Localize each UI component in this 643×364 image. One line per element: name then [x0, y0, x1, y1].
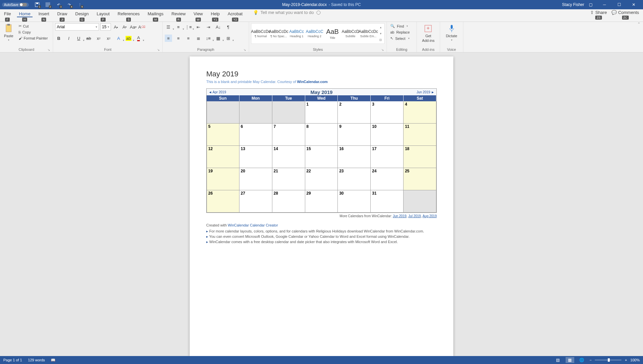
prev-month-link[interactable]: ◄ Apr 2019: [209, 90, 226, 94]
ribbon-display-icon[interactable]: ▢: [589, 2, 593, 7]
tab-layout[interactable]: LayoutP: [93, 10, 114, 17]
strikethrough-button[interactable]: ab: [85, 35, 92, 42]
zoom-level[interactable]: 100%: [630, 358, 640, 362]
zoom-slider[interactable]: [595, 360, 621, 360]
tab-acrobat[interactable]: AcrobatY2: [224, 10, 247, 17]
more-calendar-link[interactable]: Jun 2019: [393, 214, 407, 218]
user-name[interactable]: Stacy Fisher: [562, 2, 584, 7]
tab-view[interactable]: ViewW: [190, 10, 207, 17]
subscript-button[interactable]: x2: [95, 35, 102, 42]
document-area[interactable]: May 2019 This is a blank and printable M…: [0, 52, 643, 356]
redo-icon[interactable]: ↷4: [66, 2, 72, 8]
undo-icon[interactable]: ↶3: [55, 2, 61, 8]
comments-button[interactable]: 💬Comments ZC: [611, 10, 639, 15]
tell-me-search[interactable]: 💡 Tell me what you want to do: [253, 10, 320, 15]
change-case-button[interactable]: Aa▾: [130, 23, 137, 31]
more-calendar-link[interactable]: Jul 2019: [408, 214, 421, 218]
zoom-in-button[interactable]: +: [625, 358, 627, 362]
spellcheck-icon[interactable]: 📖: [51, 358, 55, 362]
bold-button[interactable]: B: [55, 35, 62, 42]
more-calendar-link[interactable]: Aug 2019: [422, 214, 437, 218]
grow-font-button[interactable]: A▴: [112, 23, 120, 31]
collapse-ribbon-button[interactable]: ⌃: [635, 22, 643, 52]
customize-qat-icon[interactable]: ⋮5: [77, 2, 83, 8]
save-icon[interactable]: 1: [34, 2, 40, 8]
style-subtle-em-[interactable]: AaBbCcDcSubtle Em...: [360, 24, 377, 43]
underline-button[interactable]: U: [75, 35, 82, 42]
decrease-indent-button[interactable]: ⇤: [195, 23, 202, 31]
replace-button[interactable]: abReplace: [389, 30, 411, 35]
italic-button[interactable]: I: [65, 35, 72, 42]
cut-button[interactable]: ✂Cut: [17, 23, 49, 29]
print-layout-button[interactable]: ▦: [566, 357, 574, 363]
styles-gallery[interactable]: AaBbCcDc¶ NormalAaBbCcDc¶ No Spac...AaBb…: [251, 23, 385, 44]
tab-home[interactable]: HomeH: [15, 10, 35, 17]
creator-link[interactable]: WinCalendar Calendar Creator: [228, 223, 278, 227]
next-month-link[interactable]: Jun 2019 ►: [416, 90, 434, 94]
shrink-font-button[interactable]: A▾: [121, 23, 128, 31]
format-painter-button[interactable]: 🖌Format Painter: [17, 36, 49, 41]
tab-draw[interactable]: DrawJI: [53, 10, 71, 17]
font-size-combo[interactable]: 15▾: [100, 23, 111, 31]
font-color-button[interactable]: A: [135, 35, 142, 42]
align-left-button[interactable]: ≡: [165, 35, 172, 42]
get-addins-button[interactable]: + GetAdd-ins: [420, 23, 436, 43]
bullets-button[interactable]: ☰: [165, 23, 172, 31]
superscript-button[interactable]: x2: [105, 35, 112, 42]
style-subtitle[interactable]: AaBbCcDSubtitle: [342, 24, 359, 43]
tab-review[interactable]: ReviewR: [167, 10, 190, 17]
find-button[interactable]: 🔍Find▾: [389, 23, 411, 29]
copy-button[interactable]: ⎘Copy: [17, 30, 49, 35]
share-button[interactable]: ⇪Share ZS: [590, 10, 607, 15]
numbering-button[interactable]: ≡: [175, 23, 182, 31]
dialog-launcher-icon[interactable]: ↘: [381, 48, 384, 51]
tab-insert[interactable]: InsertN: [35, 10, 53, 17]
tab-design[interactable]: DesignG: [71, 10, 93, 17]
shading-button[interactable]: ▦: [215, 35, 222, 42]
multilevel-list-button[interactable]: ⋮≡: [185, 23, 192, 31]
justify-button[interactable]: ≣: [195, 35, 202, 42]
tab-help[interactable]: HelpY1: [207, 10, 224, 17]
sort-button[interactable]: A↓: [215, 23, 222, 31]
ribbon-tabs: FileFHomeHInsertNDrawJIDesignGLayoutPRef…: [0, 9, 643, 22]
calendar-cell: 20: [239, 168, 272, 190]
style--normal[interactable]: AaBbCcDc¶ Normal: [252, 24, 269, 43]
word-count[interactable]: 129 words: [28, 358, 45, 362]
clear-formatting-button[interactable]: A⌫: [138, 23, 145, 31]
tab-references[interactable]: ReferencesS: [114, 10, 143, 17]
select-button[interactable]: ↖Select▾: [389, 36, 411, 41]
style-heading-1[interactable]: AaBbCcHeading 1: [288, 24, 305, 43]
calendar-cell: 27: [239, 190, 272, 213]
wincalendar-link[interactable]: WinCalendar.com: [297, 80, 327, 84]
show-marks-button[interactable]: ¶: [225, 23, 232, 31]
minimize-button[interactable]: ─: [597, 0, 612, 9]
dialog-launcher-icon[interactable]: ↘: [157, 48, 160, 51]
increase-indent-button[interactable]: ⇥: [205, 23, 212, 31]
calendar-cell: 6: [239, 124, 272, 146]
font-name-combo[interactable]: Arial▾: [55, 23, 99, 31]
dialog-launcher-icon[interactable]: ↘: [243, 48, 246, 51]
web-layout-button[interactable]: 🌐: [578, 357, 586, 363]
zoom-out-button[interactable]: −: [590, 358, 592, 362]
dictate-button[interactable]: Dictate▾: [444, 23, 459, 42]
style--no-spac-[interactable]: AaBbCcDc¶ No Spac...: [270, 24, 287, 43]
paste-button[interactable]: Paste ▾: [2, 23, 15, 42]
style-heading-2[interactable]: AaBbCcCHeading 2: [306, 24, 323, 43]
read-mode-button[interactable]: ▤: [554, 357, 562, 363]
text-effects-button[interactable]: A: [115, 35, 122, 42]
tab-mailings[interactable]: MailingsM: [144, 10, 168, 17]
borders-button[interactable]: ⊞: [225, 35, 232, 42]
autosave-toggle[interactable]: AutoSave: [2, 3, 29, 7]
style-title[interactable]: AaBTitle: [324, 24, 341, 43]
dialog-launcher-icon[interactable]: ↘: [47, 48, 50, 51]
word-icon[interactable]: 2: [45, 2, 51, 8]
align-right-button[interactable]: ≡: [185, 35, 192, 42]
maximize-button[interactable]: ☐: [612, 0, 626, 9]
styles-more-button[interactable]: ▴▾⊟: [378, 24, 384, 43]
close-button[interactable]: ✕: [626, 0, 641, 9]
page-indicator[interactable]: Page 1 of 1: [3, 358, 22, 362]
line-spacing-button[interactable]: ↕≡: [205, 35, 212, 42]
align-center-button[interactable]: ≡: [175, 35, 182, 42]
highlight-button[interactable]: ab: [125, 35, 132, 42]
tab-file[interactable]: FileF: [0, 10, 15, 17]
